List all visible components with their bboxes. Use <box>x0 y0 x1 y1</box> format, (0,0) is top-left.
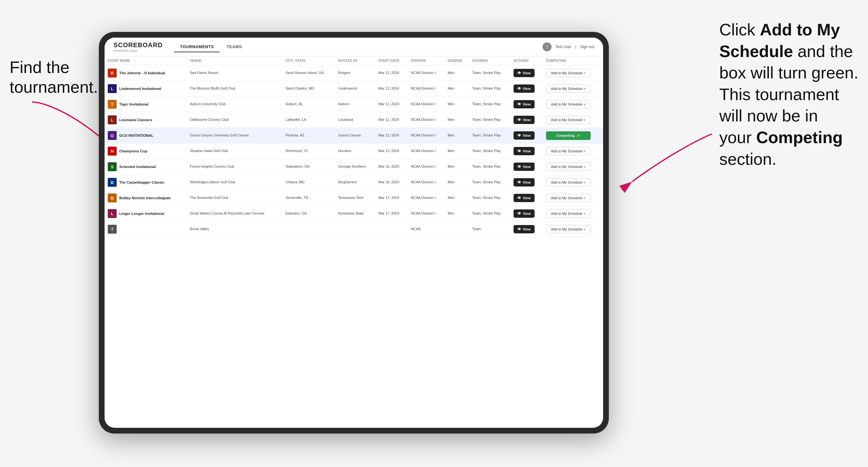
add-schedule-button[interactable]: Add to My Schedule + <box>546 178 591 186</box>
table-row: ? Brook Valley NCAA Team, 👁 View Add to … <box>104 222 603 237</box>
app-header: SCOREBOARD Powered by clippd TOURNAMENTS… <box>104 38 603 56</box>
start-date-cell: Mar 11, 2024 <box>375 97 408 112</box>
venue-cell: Sea Palms Resort <box>187 65 282 81</box>
competing-cell: Add to My Schedule + <box>543 112 603 128</box>
tablet-screen: SCOREBOARD Powered by clippd TOURNAMENTS… <box>104 38 603 428</box>
event-name-cell: G GCU INVITATIONAL <box>104 128 187 144</box>
scoring-cell: Team, Stroke Play <box>469 159 510 175</box>
add-schedule-button[interactable]: Add to My Schedule + <box>546 85 591 93</box>
tablet-device: SCOREBOARD Powered by clippd TOURNAMENTS… <box>99 32 609 434</box>
competing-cell: Add to My Schedule + <box>543 206 603 222</box>
actions-cell: 👁 View <box>510 144 543 159</box>
view-button[interactable]: 👁 View <box>514 116 534 124</box>
view-button[interactable]: 👁 View <box>514 85 534 93</box>
tab-tournaments[interactable]: TOURNAMENTS <box>174 42 219 52</box>
scoring-cell: Team, Stroke Play <box>469 128 510 144</box>
venue-cell: Oakbourne Country Club <box>187 112 282 128</box>
table-row: B Bobby Nichols Intercollegiate The Sevi… <box>104 190 603 206</box>
event-name-cell: B The Carpetbagger Classic <box>104 175 187 190</box>
add-schedule-button[interactable]: Add to My Schedule + <box>546 225 591 234</box>
actions-cell: 👁 View <box>510 206 543 222</box>
col-gender: GENDER <box>444 56 469 65</box>
col-competing: COMPETING <box>543 56 603 65</box>
table-row: B The Carpetbagger Classic Worthington M… <box>104 175 603 190</box>
hosted-by-cell: Lindenwood <box>335 81 375 97</box>
scoring-cell: Team, Stroke Play <box>469 65 510 81</box>
col-start-date: START DATE <box>375 56 408 65</box>
view-button[interactable]: 👁 View <box>514 162 534 171</box>
gender-cell: Men <box>444 206 469 222</box>
hosted-by-cell: Kennesaw State <box>335 206 375 222</box>
table-row: R The Johnnie - O Individual Sea Palms R… <box>104 65 603 81</box>
division-cell: NCAA Division I <box>408 175 445 190</box>
division-cell: NCAA Division I <box>408 112 445 128</box>
competing-label: Competing <box>556 133 575 137</box>
eye-icon: 👁 <box>517 86 521 91</box>
competing-cell: Add to My Schedule + <box>543 97 603 112</box>
event-name-cell: L Linger Longer Invitational <box>104 206 187 222</box>
right-arrow <box>619 124 721 194</box>
actions-cell: 👁 View <box>510 190 543 206</box>
venue-cell: The Missouri Bluffs Golf Club <box>187 81 282 97</box>
actions-cell: 👁 View <box>510 65 543 81</box>
add-schedule-button[interactable]: Add to My Schedule + <box>546 147 591 155</box>
view-button[interactable]: 👁 View <box>514 69 534 77</box>
add-schedule-button[interactable]: Add to My Schedule + <box>546 100 591 108</box>
city-state-cell: Eatonton, GA <box>282 206 335 222</box>
hosted-by-cell: Georgia Southern <box>335 159 375 175</box>
actions-cell: 👁 View <box>510 97 543 112</box>
separator: | <box>576 44 576 49</box>
tab-teams[interactable]: TEAMS <box>221 42 248 52</box>
nav-tabs: TOURNAMENTS TEAMS <box>174 42 247 52</box>
division-cell: NCAA Division I <box>408 206 445 222</box>
start-date-cell: Mar 13, 2024 <box>375 144 408 159</box>
logo-sub: Powered by clippd <box>114 49 162 52</box>
venue-cell: Shadow Hawk Golf Club <box>187 144 282 159</box>
division-cell: NCAA Division I <box>408 190 445 206</box>
signout-link[interactable]: Sign out <box>580 44 594 49</box>
add-schedule-button[interactable]: Add to My Schedule + <box>546 162 591 171</box>
add-schedule-button[interactable]: Add to My Schedule + <box>546 69 591 77</box>
hosted-by-cell: Grand Canyon <box>335 128 375 144</box>
col-hosted-by: HOSTED BY <box>335 56 375 65</box>
city-state-cell: Saint Charles, MO <box>282 81 335 97</box>
competing-cell: Competing ✓ <box>543 128 603 144</box>
gender-cell: Men <box>444 144 469 159</box>
view-button[interactable]: 👁 View <box>514 178 534 186</box>
hosted-by-cell: Louisiana <box>335 112 375 128</box>
city-state-cell: Richmond, TX <box>282 144 335 159</box>
view-button[interactable]: 👁 View <box>514 131 534 139</box>
event-name-cell: L Lindenwood Invitational <box>104 81 187 97</box>
competing-cell: Add to My Schedule + <box>543 190 603 206</box>
add-schedule-button[interactable]: Add to My Schedule + <box>546 210 591 218</box>
view-button[interactable]: 👁 View <box>514 194 534 202</box>
eye-icon: 👁 <box>517 164 521 169</box>
actions-cell: 👁 View <box>510 159 543 175</box>
gender-cell: Men <box>444 190 469 206</box>
city-state-cell: Lafayette, LA <box>282 112 335 128</box>
table-container[interactable]: EVENT NAME VENUE CITY, STATE HOSTED BY S… <box>104 56 603 428</box>
hosted-by-cell: Auburn <box>335 97 375 112</box>
view-button[interactable]: 👁 View <box>514 147 534 155</box>
eye-icon: 👁 <box>517 102 521 106</box>
gender-cell: Men <box>444 128 469 144</box>
view-button[interactable]: 👁 View <box>514 225 534 234</box>
add-schedule-button[interactable]: Add to My Schedule + <box>546 116 591 124</box>
division-cell: NCAA Division I <box>408 144 445 159</box>
start-date-cell: Mar 11, 2024 <box>375 81 408 97</box>
add-schedule-button[interactable]: Add to My Schedule + <box>546 194 591 202</box>
event-name-cell: H Champions Cup <box>104 144 187 159</box>
competing-cell: Add to My Schedule + <box>543 175 603 190</box>
city-state-cell: Phoenix, AZ <box>282 128 335 144</box>
gender-cell: Men <box>444 97 469 112</box>
city-state-cell: Auburn, AL <box>282 97 335 112</box>
view-button[interactable]: 👁 View <box>514 100 534 108</box>
gender-cell: Men <box>444 65 469 81</box>
hosted-by-cell: Rutgers <box>335 65 375 81</box>
view-button[interactable]: 👁 View <box>514 210 534 218</box>
event-name-cell: ? <box>104 222 187 237</box>
eye-icon: 👁 <box>517 118 521 122</box>
col-actions: ACTIONS <box>510 56 543 65</box>
competing-button[interactable]: Competing ✓ <box>546 131 591 140</box>
actions-cell: 👁 View <box>510 175 543 190</box>
